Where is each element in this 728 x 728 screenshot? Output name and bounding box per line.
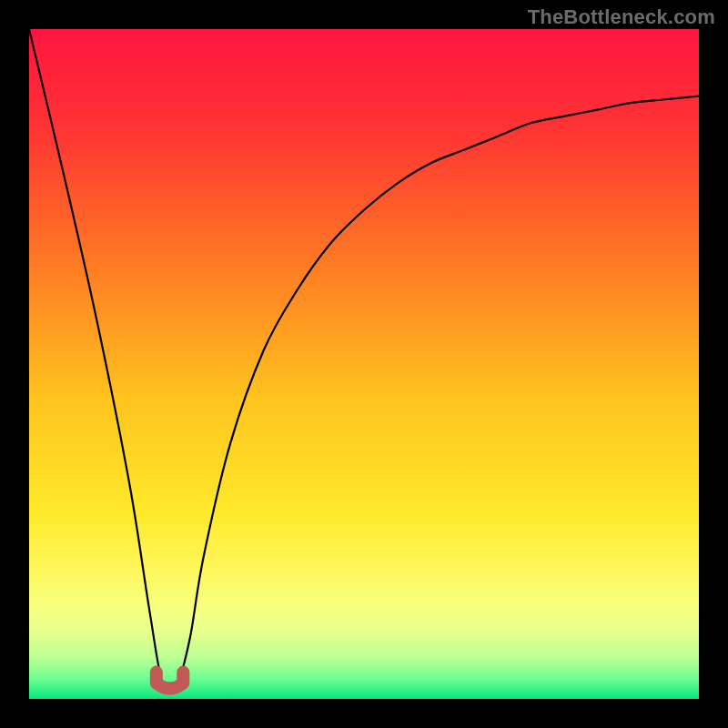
attribution-text: TheBottleneck.com	[528, 5, 715, 29]
plot-area	[29, 29, 699, 699]
minimum-marker-icon	[157, 672, 184, 689]
outer-frame: TheBottleneck.com	[0, 0, 728, 728]
bottleneck-curve	[29, 29, 699, 699]
